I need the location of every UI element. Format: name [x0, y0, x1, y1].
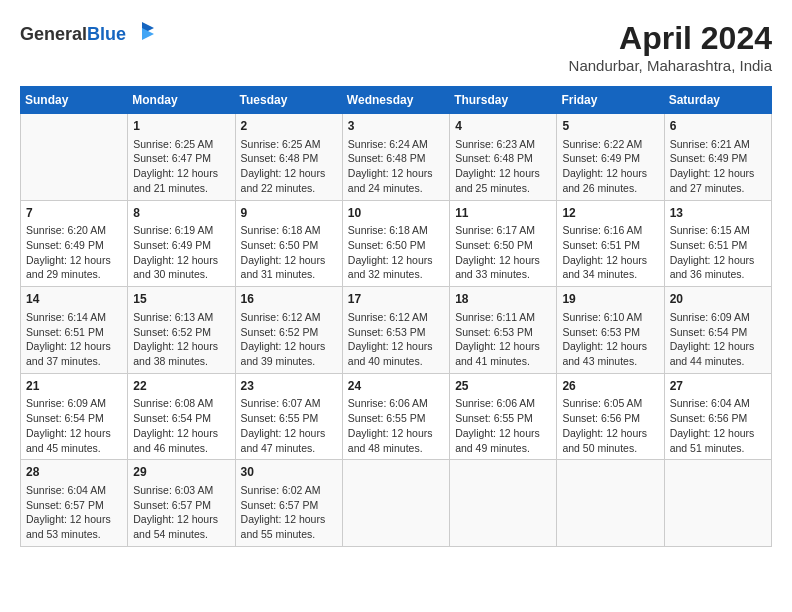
cell-info: Sunrise: 6:03 AMSunset: 6:57 PMDaylight:… — [133, 483, 229, 542]
calendar-header: SundayMondayTuesdayWednesdayThursdayFrid… — [21, 87, 772, 114]
cell-date: 26 — [562, 378, 658, 395]
calendar-cell: 13Sunrise: 6:15 AMSunset: 6:51 PMDayligh… — [664, 200, 771, 287]
calendar-cell: 27Sunrise: 6:04 AMSunset: 6:56 PMDayligh… — [664, 373, 771, 460]
calendar-cell: 19Sunrise: 6:10 AMSunset: 6:53 PMDayligh… — [557, 287, 664, 374]
cell-info: Sunrise: 6:21 AMSunset: 6:49 PMDaylight:… — [670, 137, 766, 196]
main-title: April 2024 — [569, 20, 772, 57]
calendar-cell: 9Sunrise: 6:18 AMSunset: 6:50 PMDaylight… — [235, 200, 342, 287]
calendar-cell: 12Sunrise: 6:16 AMSunset: 6:51 PMDayligh… — [557, 200, 664, 287]
cell-info: Sunrise: 6:04 AMSunset: 6:57 PMDaylight:… — [26, 483, 122, 542]
calendar-cell: 4Sunrise: 6:23 AMSunset: 6:48 PMDaylight… — [450, 114, 557, 201]
calendar-cell — [450, 460, 557, 547]
cell-date: 21 — [26, 378, 122, 395]
calendar-cell: 7Sunrise: 6:20 AMSunset: 6:49 PMDaylight… — [21, 200, 128, 287]
cell-info: Sunrise: 6:14 AMSunset: 6:51 PMDaylight:… — [26, 310, 122, 369]
calendar-cell: 20Sunrise: 6:09 AMSunset: 6:54 PMDayligh… — [664, 287, 771, 374]
cell-date: 1 — [133, 118, 229, 135]
calendar-cell: 30Sunrise: 6:02 AMSunset: 6:57 PMDayligh… — [235, 460, 342, 547]
calendar-cell: 22Sunrise: 6:08 AMSunset: 6:54 PMDayligh… — [128, 373, 235, 460]
cell-date: 18 — [455, 291, 551, 308]
cell-date: 17 — [348, 291, 444, 308]
day-header: Tuesday — [235, 87, 342, 114]
cell-date: 24 — [348, 378, 444, 395]
cell-info: Sunrise: 6:25 AMSunset: 6:47 PMDaylight:… — [133, 137, 229, 196]
cell-info: Sunrise: 6:16 AMSunset: 6:51 PMDaylight:… — [562, 223, 658, 282]
subtitle: Nandurbar, Maharashtra, India — [569, 57, 772, 74]
day-header: Thursday — [450, 87, 557, 114]
cell-date: 15 — [133, 291, 229, 308]
calendar-week-row: 7Sunrise: 6:20 AMSunset: 6:49 PMDaylight… — [21, 200, 772, 287]
cell-info: Sunrise: 6:15 AMSunset: 6:51 PMDaylight:… — [670, 223, 766, 282]
cell-date: 4 — [455, 118, 551, 135]
logo-blue-text: Blue — [87, 24, 126, 44]
cell-info: Sunrise: 6:04 AMSunset: 6:56 PMDaylight:… — [670, 396, 766, 455]
calendar-cell: 16Sunrise: 6:12 AMSunset: 6:52 PMDayligh… — [235, 287, 342, 374]
cell-info: Sunrise: 6:20 AMSunset: 6:49 PMDaylight:… — [26, 223, 122, 282]
title-block: April 2024 Nandurbar, Maharashtra, India — [569, 20, 772, 74]
calendar-week-row: 1Sunrise: 6:25 AMSunset: 6:47 PMDaylight… — [21, 114, 772, 201]
calendar-cell: 2Sunrise: 6:25 AMSunset: 6:48 PMDaylight… — [235, 114, 342, 201]
cell-info: Sunrise: 6:12 AMSunset: 6:53 PMDaylight:… — [348, 310, 444, 369]
day-header: Friday — [557, 87, 664, 114]
calendar-cell: 8Sunrise: 6:19 AMSunset: 6:49 PMDaylight… — [128, 200, 235, 287]
cell-date: 5 — [562, 118, 658, 135]
cell-info: Sunrise: 6:13 AMSunset: 6:52 PMDaylight:… — [133, 310, 229, 369]
day-header: Saturday — [664, 87, 771, 114]
calendar-cell: 10Sunrise: 6:18 AMSunset: 6:50 PMDayligh… — [342, 200, 449, 287]
calendar-cell: 3Sunrise: 6:24 AMSunset: 6:48 PMDaylight… — [342, 114, 449, 201]
cell-date: 19 — [562, 291, 658, 308]
cell-info: Sunrise: 6:22 AMSunset: 6:49 PMDaylight:… — [562, 137, 658, 196]
header-row: SundayMondayTuesdayWednesdayThursdayFrid… — [21, 87, 772, 114]
cell-date: 28 — [26, 464, 122, 481]
cell-date: 25 — [455, 378, 551, 395]
cell-date: 8 — [133, 205, 229, 222]
calendar-cell: 6Sunrise: 6:21 AMSunset: 6:49 PMDaylight… — [664, 114, 771, 201]
cell-date: 12 — [562, 205, 658, 222]
cell-info: Sunrise: 6:06 AMSunset: 6:55 PMDaylight:… — [455, 396, 551, 455]
day-header: Monday — [128, 87, 235, 114]
cell-info: Sunrise: 6:06 AMSunset: 6:55 PMDaylight:… — [348, 396, 444, 455]
cell-date: 9 — [241, 205, 337, 222]
cell-info: Sunrise: 6:08 AMSunset: 6:54 PMDaylight:… — [133, 396, 229, 455]
calendar-week-row: 21Sunrise: 6:09 AMSunset: 6:54 PMDayligh… — [21, 373, 772, 460]
calendar-cell: 23Sunrise: 6:07 AMSunset: 6:55 PMDayligh… — [235, 373, 342, 460]
cell-date: 22 — [133, 378, 229, 395]
cell-info: Sunrise: 6:18 AMSunset: 6:50 PMDaylight:… — [241, 223, 337, 282]
calendar-cell: 17Sunrise: 6:12 AMSunset: 6:53 PMDayligh… — [342, 287, 449, 374]
cell-date: 20 — [670, 291, 766, 308]
cell-date: 13 — [670, 205, 766, 222]
cell-info: Sunrise: 6:09 AMSunset: 6:54 PMDaylight:… — [670, 310, 766, 369]
calendar-cell: 15Sunrise: 6:13 AMSunset: 6:52 PMDayligh… — [128, 287, 235, 374]
logo: GeneralBlue — [20, 20, 156, 48]
cell-info: Sunrise: 6:24 AMSunset: 6:48 PMDaylight:… — [348, 137, 444, 196]
calendar-cell: 5Sunrise: 6:22 AMSunset: 6:49 PMDaylight… — [557, 114, 664, 201]
cell-date: 2 — [241, 118, 337, 135]
calendar-week-row: 14Sunrise: 6:14 AMSunset: 6:51 PMDayligh… — [21, 287, 772, 374]
cell-info: Sunrise: 6:25 AMSunset: 6:48 PMDaylight:… — [241, 137, 337, 196]
cell-info: Sunrise: 6:18 AMSunset: 6:50 PMDaylight:… — [348, 223, 444, 282]
cell-info: Sunrise: 6:17 AMSunset: 6:50 PMDaylight:… — [455, 223, 551, 282]
cell-date: 7 — [26, 205, 122, 222]
cell-date: 23 — [241, 378, 337, 395]
calendar-cell: 21Sunrise: 6:09 AMSunset: 6:54 PMDayligh… — [21, 373, 128, 460]
calendar-cell: 1Sunrise: 6:25 AMSunset: 6:47 PMDaylight… — [128, 114, 235, 201]
cell-date: 16 — [241, 291, 337, 308]
calendar-cell — [342, 460, 449, 547]
calendar-cell: 28Sunrise: 6:04 AMSunset: 6:57 PMDayligh… — [21, 460, 128, 547]
page-header: GeneralBlue April 2024 Nandurbar, Mahara… — [20, 20, 772, 74]
cell-info: Sunrise: 6:23 AMSunset: 6:48 PMDaylight:… — [455, 137, 551, 196]
calendar-cell — [21, 114, 128, 201]
calendar-table: SundayMondayTuesdayWednesdayThursdayFrid… — [20, 86, 772, 547]
cell-date: 30 — [241, 464, 337, 481]
calendar-cell: 29Sunrise: 6:03 AMSunset: 6:57 PMDayligh… — [128, 460, 235, 547]
calendar-cell: 18Sunrise: 6:11 AMSunset: 6:53 PMDayligh… — [450, 287, 557, 374]
day-header: Wednesday — [342, 87, 449, 114]
cell-info: Sunrise: 6:09 AMSunset: 6:54 PMDaylight:… — [26, 396, 122, 455]
cell-info: Sunrise: 6:07 AMSunset: 6:55 PMDaylight:… — [241, 396, 337, 455]
cell-info: Sunrise: 6:05 AMSunset: 6:56 PMDaylight:… — [562, 396, 658, 455]
cell-date: 6 — [670, 118, 766, 135]
calendar-cell: 26Sunrise: 6:05 AMSunset: 6:56 PMDayligh… — [557, 373, 664, 460]
cell-date: 10 — [348, 205, 444, 222]
cell-date: 29 — [133, 464, 229, 481]
cell-date: 3 — [348, 118, 444, 135]
